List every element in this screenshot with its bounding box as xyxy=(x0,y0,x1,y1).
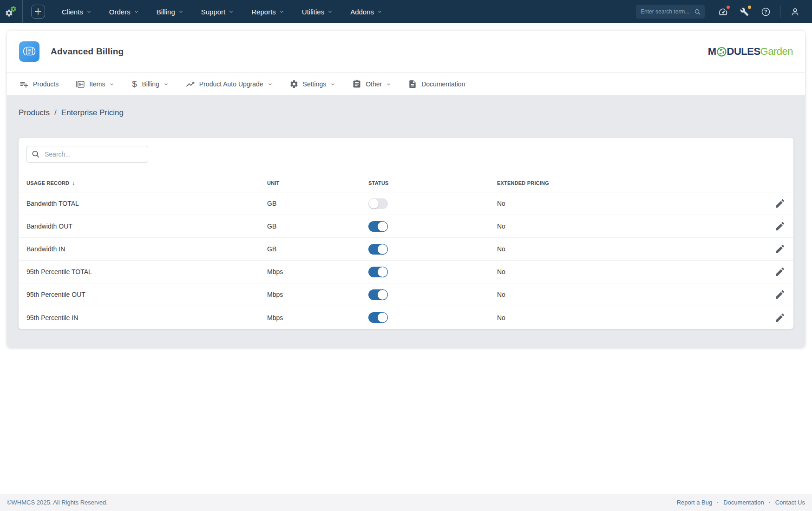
edit-icon[interactable] xyxy=(774,198,786,209)
chevron-down-icon xyxy=(178,9,183,14)
status-cell xyxy=(368,221,497,232)
nav-item-settings[interactable]: Settings xyxy=(289,79,336,89)
status-toggle[interactable] xyxy=(368,289,388,300)
column-header-extended-pricing[interactable]: EXTENDED PRICING xyxy=(497,180,786,186)
table-search[interactable] xyxy=(26,146,148,163)
unit-cell: GB xyxy=(267,223,368,230)
column-header-status[interactable]: STATUS xyxy=(368,180,497,186)
nav-item-products[interactable]: Products xyxy=(19,79,59,89)
quick-add-button[interactable] xyxy=(31,5,45,19)
status-cell xyxy=(368,198,497,209)
globe-icon xyxy=(717,47,727,57)
dollar-icon: $ xyxy=(131,79,138,89)
nav-item-documentation[interactable]: Documentation xyxy=(408,79,465,89)
help-icon[interactable]: ? xyxy=(760,6,771,17)
status-cell xyxy=(368,244,497,255)
footer-link-contact-us[interactable]: Contact Us xyxy=(775,499,805,506)
menu-item-label: Support xyxy=(201,8,226,16)
nav-item-other[interactable]: Other xyxy=(352,79,391,89)
chevron-down-icon xyxy=(164,82,169,87)
unit-cell: Mbps xyxy=(267,291,368,298)
topbar-right: ? xyxy=(636,5,805,19)
menu-item-support[interactable]: Support xyxy=(201,8,234,16)
nav-item-items[interactable]: 9+ Items xyxy=(75,79,114,89)
menu-item-clients[interactable]: Clients xyxy=(62,8,92,16)
toggle-thumb xyxy=(378,267,387,277)
status-toggle[interactable] xyxy=(368,221,388,232)
nav-item-billing[interactable]: $ Billing xyxy=(131,79,168,89)
menu-item-reports[interactable]: Reports xyxy=(251,8,284,16)
menu-item-label: Billing xyxy=(157,8,175,16)
search-icon[interactable] xyxy=(694,8,701,15)
edit-icon[interactable] xyxy=(774,221,786,232)
gear-icon xyxy=(289,79,299,89)
table-row: 95th Percentile TOTAL Mbps No xyxy=(19,261,793,283)
menu-item-label: Orders xyxy=(109,8,131,16)
whmcs-logo-icon[interactable] xyxy=(0,6,22,18)
usage-record-cell: Bandwidth IN xyxy=(26,245,267,253)
page-title: Advanced Billing xyxy=(51,46,124,57)
modulesgarden-logo[interactable]: M DULES Garden xyxy=(708,46,793,58)
table-search-input[interactable] xyxy=(45,151,143,158)
sort-desc-icon: ↓ xyxy=(72,179,75,186)
toggle-thumb xyxy=(369,199,379,209)
status-toggle[interactable] xyxy=(368,267,388,277)
footer-separator: · xyxy=(717,499,719,506)
footer-separator: · xyxy=(769,499,771,506)
chevron-down-icon xyxy=(268,82,273,87)
edit-icon[interactable] xyxy=(774,312,786,323)
edit-icon[interactable] xyxy=(774,289,786,300)
copyright-text: ©WHMCS 2025. All Rights Reserved. xyxy=(7,499,108,506)
clipboard-icon xyxy=(352,79,361,89)
playlist-add-icon xyxy=(19,79,29,89)
breadcrumb-separator: / xyxy=(54,107,57,118)
menu-item-label: Reports xyxy=(251,8,276,16)
module-container: Advanced Billing M DULES Garden Products xyxy=(7,31,805,347)
status-toggle[interactable] xyxy=(368,198,388,209)
menu-item-label: Utilities xyxy=(302,8,324,16)
status-cell xyxy=(368,289,497,300)
footer-link-documentation[interactable]: Documentation xyxy=(723,499,764,506)
table-body: Bandwidth TOTAL GB No Bandwidth OUT GB N… xyxy=(19,192,793,329)
status-toggle[interactable] xyxy=(368,312,388,323)
column-header-usage-record[interactable]: USAGE RECORD ↓ xyxy=(26,179,267,186)
chevron-down-icon xyxy=(386,82,391,87)
unit-cell: GB xyxy=(267,200,368,207)
system-health-icon[interactable] xyxy=(717,6,728,17)
usage-record-cell: Bandwidth TOTAL xyxy=(26,200,267,207)
menu-item-orders[interactable]: Orders xyxy=(109,8,139,16)
edit-icon[interactable] xyxy=(774,266,786,277)
unit-cell: GB xyxy=(267,245,368,253)
admin-tools-icon[interactable] xyxy=(739,6,750,17)
extended-pricing-cell: No xyxy=(497,314,767,321)
topbar: Clients Orders Billing Support Reports U… xyxy=(0,0,812,23)
content-panel: Products / Enterprise Pricing USAGE RECO… xyxy=(7,95,805,347)
filter-9-plus-icon: 9+ xyxy=(75,79,85,89)
usage-record-cell: Bandwidth OUT xyxy=(26,223,267,230)
menu-item-utilities[interactable]: Utilities xyxy=(302,8,333,16)
global-search-input[interactable] xyxy=(641,8,694,15)
brand-text-dules: DULES xyxy=(727,46,760,58)
global-search[interactable] xyxy=(636,5,705,19)
extended-pricing-cell: No xyxy=(497,200,767,207)
module-nav: Products 9+ Items $ Billing Product Auto… xyxy=(7,72,805,95)
module-header: Advanced Billing M DULES Garden xyxy=(7,31,805,72)
status-toggle[interactable] xyxy=(368,244,388,255)
menu-item-addons[interactable]: Addons xyxy=(350,8,382,16)
breadcrumb-products[interactable]: Products xyxy=(19,107,50,118)
menu-item-billing[interactable]: Billing xyxy=(157,8,183,16)
unit-cell: Mbps xyxy=(267,268,368,275)
svg-text:9+: 9+ xyxy=(79,82,84,86)
account-icon[interactable] xyxy=(789,6,800,17)
chevron-down-icon xyxy=(279,9,284,14)
breadcrumb: Products / Enterprise Pricing xyxy=(19,107,793,118)
trending-up-icon xyxy=(185,79,195,89)
toggle-thumb xyxy=(378,222,387,231)
column-header-unit[interactable]: UNIT xyxy=(267,180,368,186)
nav-item-label: Documentation xyxy=(421,80,465,88)
table-header: USAGE RECORD ↓ UNIT STATUS EXTENDED PRIC… xyxy=(19,174,793,192)
advanced-billing-icon xyxy=(19,41,39,62)
edit-icon[interactable] xyxy=(774,243,786,255)
footer-link-report-a-bug[interactable]: Report a Bug xyxy=(677,499,713,506)
nav-item-product-auto-upgrade[interactable]: Product Auto Upgrade xyxy=(185,79,273,89)
